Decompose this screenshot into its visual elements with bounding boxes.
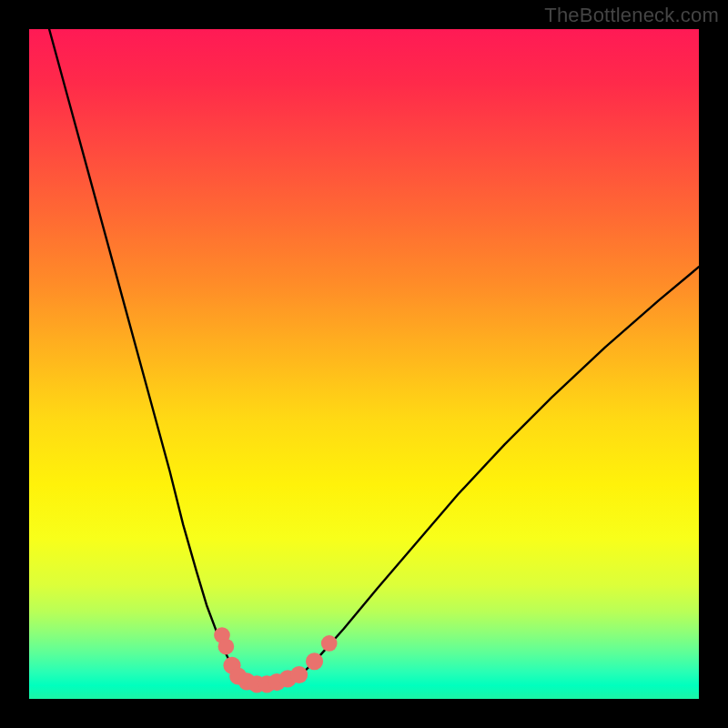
series-left-curve <box>49 29 240 679</box>
chart-plot-area <box>29 29 699 699</box>
data-marker <box>321 635 338 652</box>
series-right-curve <box>300 267 699 675</box>
data-marker <box>290 666 308 683</box>
chart-svg <box>29 29 699 699</box>
chart-frame: TheBottleneck.com <box>0 0 728 728</box>
data-marker <box>218 639 235 655</box>
watermark-text: TheBottleneck.com <box>544 4 719 27</box>
data-marker <box>306 652 323 670</box>
